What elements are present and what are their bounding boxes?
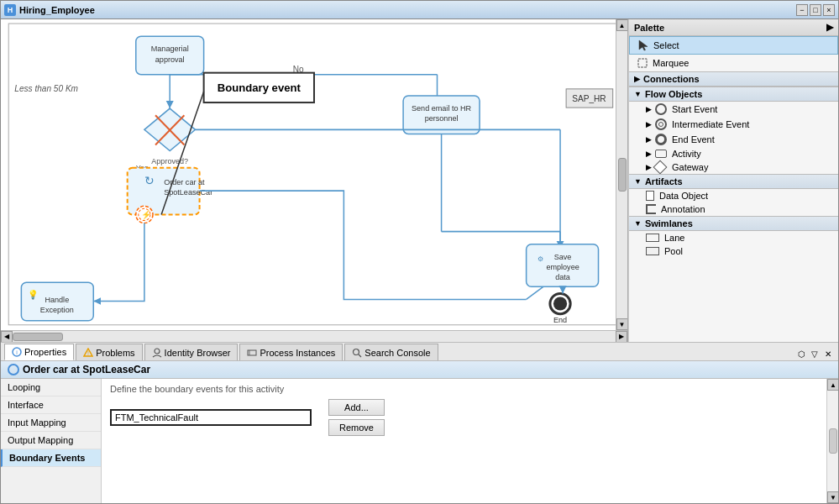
prop-scroll-thumb[interactable] — [829, 428, 837, 454]
diagram-scrollbar-horizontal[interactable]: ◀ ▶ — [1, 330, 627, 342]
maximize-button[interactable]: □ — [810, 4, 821, 16]
prop-buttons: Add... Remove — [320, 399, 385, 436]
lane-icon — [646, 234, 659, 242]
scroll-thumb-h[interactable] — [13, 333, 63, 341]
app-icon: H — [4, 4, 16, 16]
properties-panel-title: Order car at SpotLeaseCar — [1, 361, 838, 379]
scroll-thumb-v[interactable] — [618, 158, 627, 192]
palette-section-swimlanes[interactable]: ▼ Swimlanes — [629, 216, 838, 231]
scroll-up-arrow[interactable]: ▲ — [616, 19, 628, 31]
start-event-icon — [655, 103, 667, 115]
properties-panel: Order car at SpotLeaseCar Looping Interf… — [1, 360, 838, 503]
window-title: Hiring_Employee — [19, 5, 794, 15]
svg-text:employee: employee — [546, 263, 579, 271]
palette-title: Palette — [634, 23, 664, 33]
palette-section-connections[interactable]: ▶ Connections — [629, 71, 838, 87]
diagram-canvas[interactable]: Less than 50 Km Managerial approval No A… — [1, 19, 628, 342]
prop-nav-output-mapping[interactable]: Output Mapping — [1, 432, 101, 449]
palette-header: Palette ▶ — [629, 19, 838, 36]
palette-expand-icon[interactable]: ▶ — [826, 22, 833, 33]
intermediate-event-arrow: ▶ — [646, 120, 652, 129]
palette-item-select[interactable]: Select — [629, 36, 838, 55]
svg-text:Boundary event: Boundary event — [218, 81, 302, 94]
close-panel-button[interactable]: ✕ — [821, 347, 835, 360]
minimize-button[interactable]: − — [796, 4, 808, 16]
palette-item-gateway[interactable]: ▶ Gateway — [629, 160, 838, 174]
tab-identity-browser[interactable]: Identity Browser — [144, 344, 239, 360]
palette-item-activity[interactable]: ▶ Activity — [629, 147, 838, 160]
prop-description: Define the boundary events for this acti… — [110, 384, 818, 394]
svg-point-53 — [155, 349, 160, 354]
properties-content: Define the boundary events for this acti… — [102, 379, 826, 503]
swimlanes-arrow: ▼ — [634, 219, 642, 228]
intermediate-event-icon — [655, 118, 667, 130]
svg-text:⚙: ⚙ — [537, 255, 543, 263]
remove-button[interactable]: Remove — [328, 419, 385, 436]
flow-objects-arrow: ▼ — [634, 90, 642, 98]
svg-text:Managerial: Managerial — [151, 45, 189, 53]
properties-scrollbar[interactable]: ▲ ▼ — [826, 379, 838, 503]
svg-text:Save: Save — [554, 253, 572, 261]
svg-text:Less than 50 Km: Less than 50 Km — [14, 84, 78, 93]
prop-scroll-up[interactable]: ▲ — [827, 379, 838, 391]
palette-item-pool[interactable]: Pool — [629, 244, 838, 258]
prop-nav-interface[interactable]: Interface — [1, 396, 101, 414]
palette-item-intermediate-event[interactable]: ▶ Intermediate Event — [629, 117, 838, 132]
end-event-arrow: ▶ — [646, 135, 652, 144]
scroll-left-arrow[interactable]: ◀ — [1, 331, 13, 343]
end-event-label: End Event — [672, 134, 715, 144]
pool-label: Pool — [664, 246, 683, 256]
lane-label: Lane — [664, 233, 684, 243]
prop-scroll-down[interactable]: ▼ — [827, 491, 838, 503]
process-instances-tab-label: Process Instances — [260, 348, 335, 358]
tab-problems[interactable]: ! Problems — [76, 344, 142, 360]
title-bar: H Hiring_Employee − □ × — [1, 1, 838, 19]
close-button[interactable]: × — [823, 4, 835, 16]
properties-tab-label: Properties — [24, 347, 66, 357]
svg-text:!: ! — [87, 350, 89, 356]
palette-item-lane[interactable]: Lane — [629, 231, 838, 244]
palette-item-marquee[interactable]: Marquee — [629, 55, 838, 71]
palette-item-start-event[interactable]: ▶ Start Event — [629, 102, 838, 117]
svg-text:⚡: ⚡ — [141, 209, 152, 220]
palette-item-data-object[interactable]: Data Object — [629, 189, 838, 202]
svg-rect-49 — [638, 59, 647, 67]
add-button[interactable]: Add... — [328, 399, 385, 416]
identity-browser-tab-label: Identity Browser — [165, 348, 231, 358]
artifacts-arrow: ▼ — [634, 177, 642, 186]
select-label: Select — [653, 40, 679, 50]
minimize-panel-button[interactable]: ▽ — [808, 347, 821, 360]
svg-point-56 — [354, 349, 359, 354]
prop-nav-input-mapping[interactable]: Input Mapping — [1, 414, 101, 432]
diagram-scrollbar-vertical[interactable]: ▲ ▼ — [616, 19, 627, 330]
svg-point-42 — [553, 297, 567, 310]
svg-rect-54 — [248, 350, 256, 355]
svg-text:Handle: Handle — [45, 296, 69, 304]
prop-nav-looping[interactable]: Looping — [1, 379, 101, 396]
tab-process-instances[interactable]: Process Instances — [239, 344, 343, 360]
annotation-label: Annotation — [661, 204, 705, 214]
palette-item-end-event[interactable]: ▶ End Event — [629, 132, 838, 147]
activity-label: Activity — [672, 149, 701, 159]
start-event-label: Start Event — [672, 104, 717, 114]
scroll-right-arrow[interactable]: ▶ — [616, 331, 627, 343]
marquee-label: Marquee — [653, 58, 689, 68]
palette-section-flow-objects[interactable]: ▼ Flow Objects — [629, 87, 838, 102]
tab-properties[interactable]: i Properties — [4, 344, 74, 360]
palette-item-annotation[interactable]: Annotation — [629, 202, 838, 216]
boundary-event-input[interactable] — [110, 409, 312, 426]
palette-section-artifacts[interactable]: ▼ Artifacts — [629, 174, 838, 189]
problems-tab-label: Problems — [96, 348, 134, 358]
start-event-arrow: ▶ — [646, 105, 652, 113]
scroll-down-arrow[interactable]: ▼ — [616, 318, 628, 330]
svg-text:i: i — [16, 349, 18, 355]
end-event-icon — [655, 134, 667, 145]
prop-nav-boundary-events[interactable]: Boundary Events — [1, 449, 101, 467]
svg-text:data: data — [555, 273, 571, 281]
maximize-panel-button[interactable]: ⬡ — [794, 347, 808, 360]
tab-search-console[interactable]: Search Console — [344, 344, 438, 360]
search-console-tab-label: Search Console — [364, 348, 430, 358]
svg-text:Approved?: Approved? — [151, 157, 188, 165]
svg-line-57 — [359, 354, 361, 357]
svg-text:Order car at: Order car at — [164, 178, 205, 186]
